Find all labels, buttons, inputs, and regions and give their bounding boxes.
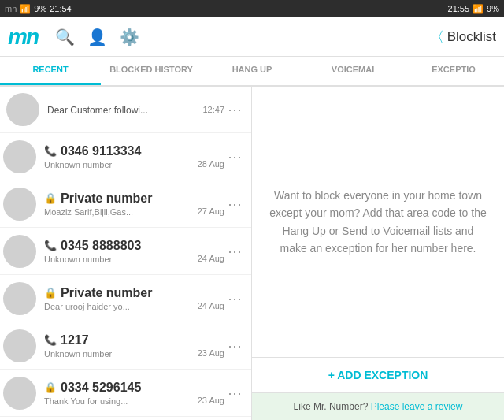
avatar bbox=[3, 188, 36, 221]
header-left: mn 🔍 👤 ⚙️ bbox=[8, 24, 139, 50]
call-number-5: 📞 1217 bbox=[44, 333, 224, 348]
call-item-6: 🔒 0334 5296145 Thank You for using... 23… bbox=[0, 370, 251, 417]
tab-blocked-history[interactable]: BLOCKED HISTORY bbox=[101, 57, 202, 85]
call-number-1: 📞 0346 9113334 bbox=[44, 144, 224, 158]
call-sub-row-4: Dear urooj haider yo... 24 Aug bbox=[44, 300, 224, 311]
call-menu-0[interactable]: ⋯ bbox=[224, 101, 245, 118]
phone-icon-6: 🔒 bbox=[44, 381, 57, 393]
status-bar-left: mn 📶 9% 21:54 bbox=[0, 0, 252, 17]
right-message: Want to block everyone in your home town… bbox=[252, 87, 504, 357]
contacts-icon[interactable]: 👤 bbox=[87, 28, 107, 46]
call-menu-4[interactable]: ⋯ bbox=[224, 290, 245, 307]
phone-icon-4: 🔒 bbox=[44, 287, 57, 299]
partial-text: Dear Customer followi... bbox=[47, 105, 148, 116]
add-exception-label: + ADD EXCEPTION bbox=[328, 369, 428, 381]
call-sub-4: Dear urooj haider yo... bbox=[44, 302, 130, 311]
phone-icon-3: 📞 bbox=[44, 240, 57, 251]
call-sub-row-3: Unknown number 24 Aug bbox=[44, 253, 224, 264]
review-bar: Like Mr. Number? Please leave a review bbox=[252, 392, 504, 420]
tab-exception[interactable]: EXCEPTIO bbox=[403, 57, 504, 85]
avatar bbox=[3, 235, 36, 268]
call-item-3: 📞 0345 8888803 Unknown number 24 Aug ⋯ bbox=[0, 228, 251, 275]
tab-recent[interactable]: RECENT bbox=[0, 57, 101, 85]
call-date-2: 27 Aug bbox=[198, 206, 224, 216]
call-number-2: 🔒 Private number bbox=[44, 191, 224, 206]
call-date-5: 23 Aug bbox=[198, 348, 224, 358]
call-info-6: 🔒 0334 5296145 Thank You for using... 23… bbox=[44, 381, 224, 406]
review-text: Like Mr. Number? bbox=[294, 401, 369, 412]
tabs-bar: RECENT BLOCKED HISTORY HANG UP VOICEMAI … bbox=[0, 57, 504, 87]
call-sub-row-6: Thank You for using... 23 Aug bbox=[44, 395, 224, 406]
call-info-2: 🔒 Private number Moaziz Sarif,Bijli,Gas.… bbox=[44, 191, 224, 217]
call-menu-5[interactable]: ⋯ bbox=[224, 337, 245, 355]
call-date-3: 24 Aug bbox=[198, 254, 224, 263]
phone-icon-1: 📞 bbox=[44, 145, 57, 157]
call-info-5: 📞 1217 Unknown number 23 Aug bbox=[44, 333, 224, 359]
battery-left: 9% bbox=[34, 4, 46, 13]
tab-hang-up[interactable]: HANG UP bbox=[202, 57, 302, 85]
call-sub-row-2: Moaziz Sarif,Bijli,Gas... 27 Aug bbox=[44, 206, 224, 217]
settings-icon[interactable]: ⚙️ bbox=[120, 28, 139, 46]
status-bars: mn 📶 9% 21:54 21:55 📶 9% bbox=[0, 0, 504, 17]
review-link[interactable]: Please leave a review bbox=[371, 401, 463, 412]
call-list: Dear Customer followi... 12:47 ⋯ 📞 0346 … bbox=[0, 87, 252, 420]
back-chevron[interactable]: 〈 bbox=[430, 28, 444, 46]
avatar bbox=[3, 377, 36, 410]
call-info-4: 🔒 Private number Dear urooj haider yo...… bbox=[44, 286, 224, 311]
call-sub-2: Moaziz Sarif,Bijli,Gas... bbox=[44, 207, 133, 217]
battery-right: 9% bbox=[487, 4, 499, 13]
partial-info: Dear Customer followi... bbox=[47, 102, 202, 117]
call-item-1: 📞 0346 9113334 Unknown number 28 Aug ⋯ bbox=[0, 133, 251, 180]
sim-icon: 📶 bbox=[20, 4, 31, 14]
call-menu-3[interactable]: ⋯ bbox=[224, 243, 245, 260]
phone-icon-5: 📞 bbox=[44, 334, 57, 346]
avatar bbox=[6, 93, 39, 126]
app-header: mn 🔍 👤 ⚙️ 〈 Blocklist bbox=[0, 17, 504, 57]
header-icons: 🔍 👤 ⚙️ bbox=[55, 28, 139, 46]
call-menu-6[interactable]: ⋯ bbox=[224, 385, 245, 402]
avatar bbox=[3, 329, 36, 362]
time-left: 21:54 bbox=[50, 4, 72, 13]
call-number-6: 🔒 0334 5296145 bbox=[44, 381, 224, 395]
call-date-1: 28 Aug bbox=[198, 159, 224, 169]
call-info-1: 📞 0346 9113334 Unknown number 28 Aug bbox=[44, 144, 224, 169]
call-sub-5: Unknown number bbox=[44, 349, 112, 359]
avatar bbox=[3, 282, 36, 315]
call-number-4: 🔒 Private number bbox=[44, 286, 224, 300]
main-content: Dear Customer followi... 12:47 ⋯ 📞 0346 … bbox=[0, 87, 504, 420]
call-sub-1: Unknown number bbox=[44, 160, 112, 169]
exception-message: Want to block everyone in your home town… bbox=[268, 187, 488, 258]
call-menu-1[interactable]: ⋯ bbox=[224, 148, 245, 165]
call-item-2: 🔒 Private number Moaziz Sarif,Bijli,Gas.… bbox=[0, 180, 251, 228]
call-number-3: 📞 0345 8888803 bbox=[44, 239, 224, 253]
add-exception-button[interactable]: + ADD EXCEPTION bbox=[252, 358, 504, 392]
tab-voicemail[interactable]: VOICEMAI bbox=[302, 57, 403, 85]
blocklist-back: 〈 Blocklist bbox=[430, 28, 496, 46]
call-item-4: 🔒 Private number Dear urooj haider yo...… bbox=[0, 275, 251, 322]
right-panel: Want to block everyone in your home town… bbox=[252, 87, 504, 420]
mn-logo: mn bbox=[8, 24, 38, 50]
avatar bbox=[3, 140, 36, 173]
call-menu-2[interactable]: ⋯ bbox=[224, 195, 245, 213]
phone-icon-2: 🔒 bbox=[44, 192, 57, 204]
call-item-partial: Dear Customer followi... 12:47 ⋯ bbox=[0, 87, 251, 133]
call-info-3: 📞 0345 8888803 Unknown number 24 Aug bbox=[44, 239, 224, 264]
blocklist-title: Blocklist bbox=[447, 29, 496, 45]
call-item-5: 📞 1217 Unknown number 23 Aug ⋯ bbox=[0, 322, 251, 370]
call-date-6: 23 Aug bbox=[198, 396, 224, 405]
app-name-status: mn bbox=[5, 4, 17, 13]
signal-right: 📶 bbox=[472, 4, 484, 14]
call-sub-row-5: Unknown number 23 Aug bbox=[44, 348, 224, 359]
partial-time: 12:47 bbox=[202, 105, 224, 114]
call-sub-3: Unknown number bbox=[44, 255, 112, 264]
call-sub-6: Thank You for using... bbox=[44, 396, 128, 406]
call-date-4: 24 Aug bbox=[198, 301, 224, 310]
search-icon[interactable]: 🔍 bbox=[55, 28, 75, 46]
time-right: 21:55 bbox=[448, 4, 470, 13]
status-bar-right: 21:55 📶 9% bbox=[252, 0, 504, 17]
call-sub-row-1: Unknown number 28 Aug bbox=[44, 158, 224, 169]
